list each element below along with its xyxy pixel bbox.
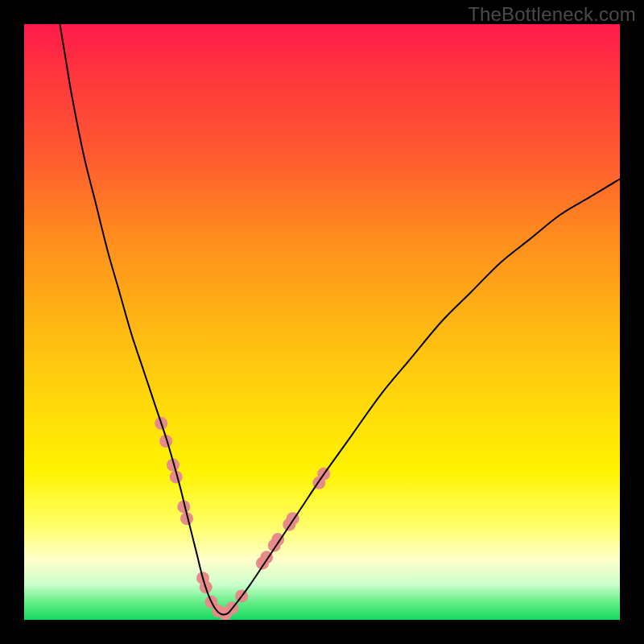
plot-area bbox=[24, 24, 620, 620]
watermark-text: TheBottleneck.com bbox=[468, 3, 636, 26]
chart-stage: TheBottleneck.com bbox=[0, 0, 644, 644]
chart-overlay bbox=[24, 24, 620, 620]
bottleneck-curve bbox=[60, 24, 620, 615]
marker-layer bbox=[155, 417, 330, 620]
